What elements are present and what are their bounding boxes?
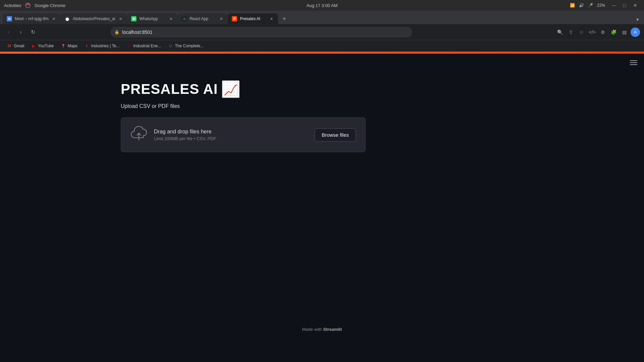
address-bar-row: ‹ › ↻ 🔒 localhost:8501 🔍 ⇧ ☆ </> ⚙ 🧩 ▤ A xyxy=(0,24,644,40)
bookmark-youtube[interactable]: ▶ YouTube xyxy=(28,42,56,50)
sidebar-icon[interactable]: ▤ xyxy=(620,27,629,37)
mic-icon: 🎤 xyxy=(588,3,593,8)
new-tab-button[interactable]: + xyxy=(279,14,289,23)
bookmarks-bar: M Gmail ▶ YouTube 📍 Maps I Industries | … xyxy=(0,40,644,52)
react-favicon: ⚛ xyxy=(181,16,187,21)
tab-github-close[interactable]: ✕ xyxy=(118,16,123,21)
industries-favicon: I xyxy=(84,43,90,49)
browse-files-button[interactable]: Browse files xyxy=(315,128,356,141)
bookmark-industrial-ene-label: Industrial Ene... xyxy=(133,44,161,48)
minimize-button[interactable]: ─ xyxy=(609,1,619,10)
os-titlebar-left: Activities Google Chrome xyxy=(4,3,65,8)
bookmark-complete[interactable]: U The Complete... xyxy=(165,42,206,50)
tab-presales[interactable]: P Presales AI ✕ xyxy=(228,13,278,24)
bookmark-industrial-ene[interactable]: I Industrial Ene... xyxy=(123,42,164,50)
upload-box[interactable]: Drag and drop files here Limit 200MB per… xyxy=(121,117,366,152)
browser-name: Google Chrome xyxy=(35,3,65,8)
whatsapp-favicon: W xyxy=(131,16,137,21)
lock-icon: 🔒 xyxy=(114,30,119,35)
tab-whatsapp-title: WhatsApp xyxy=(139,16,165,21)
os-datetime: Aug 17 3:00 AM xyxy=(307,3,338,8)
browser-frame: M Meet – nrf-spjg-tfm ✕ ⬤ Abdulwasiv/Pre… xyxy=(0,11,644,52)
tab-presales-close[interactable]: ✕ xyxy=(269,16,274,21)
upload-subtitle: Upload CSV or PDF files xyxy=(121,103,180,109)
bookmark-complete-label: The Complete... xyxy=(175,44,204,48)
back-button[interactable]: ‹ xyxy=(4,27,13,37)
bookmark-gmail-label: Gmail xyxy=(14,44,24,48)
meet-favicon: M xyxy=(7,16,12,21)
search-icon[interactable]: 🔍 xyxy=(555,27,565,37)
activities-label[interactable]: Activities xyxy=(4,3,21,8)
bookmark-industries[interactable]: I Industries | Te... xyxy=(82,42,122,50)
bookmark-industries-label: Industries | Te... xyxy=(91,44,119,48)
github-favicon: ⬤ xyxy=(65,16,70,21)
tab-github[interactable]: ⬤ Abdulwasiv/Presales_ai ✕ xyxy=(61,13,127,24)
os-status-area: 📶 🔊 🎤 22% ─ □ ✕ xyxy=(570,1,640,10)
bookmark-youtube-label: YouTube xyxy=(38,44,54,48)
reload-button[interactable]: ↻ xyxy=(28,27,38,37)
extensions-icon[interactable]: 🧩 xyxy=(609,27,619,37)
footer-prefix: Made with xyxy=(302,327,323,332)
youtube-favicon: ▶ xyxy=(31,43,36,49)
chart-icon xyxy=(222,80,239,98)
code-icon[interactable]: </> xyxy=(588,27,597,37)
tab-meet[interactable]: M Meet – nrf-spjg-tfm ✕ xyxy=(3,13,61,24)
os-titlebar: Activities Google Chrome Aug 17 3:00 AM … xyxy=(0,0,644,11)
maximize-button[interactable]: □ xyxy=(620,1,629,10)
bookmark-maps[interactable]: 📍 Maps xyxy=(58,42,80,50)
tab-github-title: Abdulwasiv/Presales_ai xyxy=(73,16,115,21)
share-icon[interactable]: ⇧ xyxy=(566,27,576,37)
tab-react-title: React App xyxy=(190,16,216,21)
upload-text-area: Drag and drop files here Limit 200MB per… xyxy=(154,129,308,141)
tab-whatsapp[interactable]: W WhatsApp ✕ xyxy=(127,13,177,24)
svg-rect-3 xyxy=(630,64,637,65)
tab-meet-close[interactable]: ✕ xyxy=(51,16,57,21)
maps-favicon: 📍 xyxy=(61,43,66,49)
volume-icon: 🔊 xyxy=(579,3,584,8)
battery-label: 22% xyxy=(597,3,605,8)
bookmark-maps-label: Maps xyxy=(68,44,77,48)
bookmark-icon[interactable]: ☆ xyxy=(577,27,586,37)
presales-favicon: P xyxy=(232,16,237,21)
page-content: PRESALES AI xyxy=(0,54,644,339)
hamburger-menu[interactable] xyxy=(630,59,637,68)
profile-icon[interactable]: A xyxy=(631,27,640,37)
page-footer: Made with Streamlit xyxy=(0,320,644,339)
complete-favicon: U xyxy=(168,43,173,49)
footer-brand: Streamlit xyxy=(323,327,342,332)
tab-react-close[interactable]: ✕ xyxy=(218,16,224,21)
app-title: PRESALES AI xyxy=(121,81,218,97)
upload-cloud-icon xyxy=(130,126,147,144)
browser-icon xyxy=(25,3,31,8)
close-button[interactable]: ✕ xyxy=(631,1,640,10)
settings-icon[interactable]: ⚙ xyxy=(598,27,608,37)
main-content: PRESALES AI xyxy=(0,54,644,320)
gmail-favicon: M xyxy=(7,43,12,49)
tabs-bar: M Meet – nrf-spjg-tfm ✕ ⬤ Abdulwasiv/Pre… xyxy=(0,11,644,24)
svg-rect-1 xyxy=(630,60,637,61)
network-icon: 📶 xyxy=(570,3,575,8)
tab-presales-title: Presales AI xyxy=(240,16,266,21)
tab-dropdown-button[interactable]: ▾ xyxy=(634,15,641,23)
bookmark-gmail[interactable]: M Gmail xyxy=(4,42,27,50)
window-controls[interactable]: ─ □ ✕ xyxy=(609,1,640,10)
address-bar[interactable]: 🔒 localhost:8501 xyxy=(110,27,412,38)
address-text: localhost:8501 xyxy=(122,29,152,35)
tab-react[interactable]: ⚛ React App ✕ xyxy=(177,13,228,24)
industrial-ene-favicon: I xyxy=(126,43,131,49)
svg-rect-2 xyxy=(630,62,637,63)
tab-whatsapp-close[interactable]: ✕ xyxy=(168,16,173,21)
limit-text: Limit 200MB per file • CSV, PDF xyxy=(154,136,308,141)
forward-button[interactable]: › xyxy=(16,27,25,37)
tab-meet-title: Meet – nrf-spjg-tfm xyxy=(15,16,49,21)
app-title-row: PRESALES AI xyxy=(121,80,239,98)
drag-drop-text: Drag and drop files here xyxy=(154,129,308,135)
toolbar-icons: 🔍 ⇧ ☆ </> ⚙ 🧩 ▤ A xyxy=(555,27,640,37)
